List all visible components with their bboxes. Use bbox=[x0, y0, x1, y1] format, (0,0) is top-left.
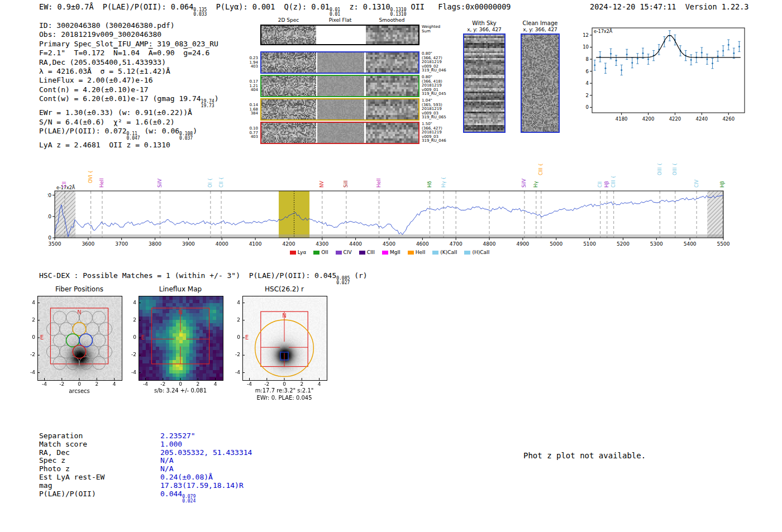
text-segment: z: 0.1310 bbox=[340, 2, 390, 11]
match-row: Photo zN/A bbox=[39, 465, 252, 473]
inset-data-point bbox=[642, 48, 644, 58]
line-fit-inset-plot: 41804200422042404260024681012e-17x2Å bbox=[581, 23, 747, 131]
fiber-annotation-line: 319_RU_065 bbox=[422, 116, 449, 120]
fiber-weight-stack: 0.100.77403 bbox=[245, 127, 258, 140]
col-header-pixelflat: Pixel Flat bbox=[316, 17, 364, 23]
hsc-cutout-image bbox=[242, 296, 327, 381]
y-tick-label: 0 bbox=[23, 334, 35, 340]
spectrum-x-tick: 4400 bbox=[349, 241, 362, 247]
spectrum-x-tick: 3900 bbox=[182, 241, 195, 247]
text-segment: 1.000 bbox=[160, 440, 182, 448]
y-tick-label: -4 bbox=[228, 370, 240, 375]
spectrum-x-tick: 4000 bbox=[216, 241, 228, 247]
uncertainty-lower: 0.033 bbox=[193, 12, 207, 17]
text-segment: LineFlux = 2.00(±0.47)e-16 bbox=[39, 76, 153, 84]
legend-swatch bbox=[359, 251, 365, 255]
x-tick-label: 2 bbox=[191, 381, 204, 387]
col-header-smoothed: Smoothed bbox=[364, 17, 419, 23]
fiber-2d-row bbox=[260, 75, 419, 97]
spectrum-x-tick: 4700 bbox=[450, 241, 462, 247]
info-line: S/N = 6.4(±0.6) χ² = 1.6(±0.2) bbox=[39, 118, 219, 127]
match-value: N/A bbox=[160, 456, 173, 464]
legend-swatch bbox=[290, 251, 296, 255]
match-label: mag bbox=[39, 482, 160, 490]
x-tick-label: 0 bbox=[278, 381, 291, 387]
x-tick-label: 2 bbox=[295, 381, 308, 387]
catalog-match-table: Separation2.23527"Match score1.000RA, De… bbox=[39, 432, 252, 504]
match-value: N/A bbox=[160, 464, 173, 473]
legend-item: Lyα bbox=[290, 250, 306, 255]
uncertainty-lower: 0.027 bbox=[336, 281, 350, 285]
inset-data-point bbox=[722, 46, 724, 56]
text-segment: =1.04 bbox=[118, 49, 149, 57]
info-line: Cont(w) = 6.20(±0.01)e-17 (gmag 19.7419.… bbox=[39, 94, 219, 108]
text-segment: N/A bbox=[160, 464, 173, 473]
inset-data-point bbox=[626, 49, 628, 59]
text-segment: =0.90 bbox=[153, 49, 184, 57]
inset-y-tick: 12 bbox=[583, 32, 589, 38]
spectrum-x-tick: 3500 bbox=[49, 241, 61, 247]
legend-label: OII bbox=[321, 250, 328, 255]
x-tick-label: 0 bbox=[174, 381, 187, 387]
line-label: CIV bbox=[694, 180, 699, 188]
spectrum-line bbox=[55, 195, 723, 237]
line-label: OI { bbox=[207, 178, 213, 188]
y-tick-label: 2 bbox=[23, 317, 35, 323]
text-segment: λ = 4216.03Å σ = 5.12(±1.42)Å bbox=[39, 67, 170, 75]
line-label: Hγ bbox=[533, 181, 538, 188]
lineflux-caption: s/b: 3.24 +/- 0.081 bbox=[130, 387, 231, 394]
match-row: mag17.83(17.59,18.14)R bbox=[39, 482, 252, 490]
text-segment: Obs: 20181219v009_3002046380 bbox=[39, 30, 161, 39]
legend-swatch bbox=[313, 251, 320, 255]
line-label: SiIV bbox=[157, 179, 163, 188]
text-segment: F=2.1" T=0.172 bbox=[39, 49, 113, 57]
with-sky-image bbox=[464, 35, 504, 132]
text-segment: HSC-DEX : Possible Matches = 1 (within +… bbox=[39, 271, 336, 280]
line-label: OIII { bbox=[672, 163, 678, 175]
x-tick-label: -4 bbox=[38, 381, 51, 387]
overlined-text: N bbox=[113, 49, 118, 57]
fiber-2d-strip bbox=[261, 76, 418, 96]
fiber-2d-strip bbox=[261, 123, 418, 143]
match-label: Separation bbox=[39, 432, 160, 440]
error-band bbox=[55, 234, 723, 238]
x-tick-label: 2 bbox=[90, 381, 103, 387]
match-value: 1.000 bbox=[160, 440, 182, 448]
line-label: NV bbox=[319, 181, 325, 188]
fiber-annotation: 1.04"(365, 593)20181219v009_03319_RU_065 bbox=[422, 99, 449, 120]
text-segment: P(LAE)/P(OII): 0.072 bbox=[39, 127, 127, 135]
inset-data-point bbox=[690, 55, 692, 65]
inset-unit-label: e-17x2Å bbox=[594, 28, 613, 34]
text-segment: OII Flags:0x00000009 bbox=[406, 2, 511, 11]
info-line: P(LAE)/P(OII): 0.0720.110.047 (w: 0.060.… bbox=[39, 127, 219, 141]
fiber-annotation-line: Sum bbox=[422, 30, 449, 34]
match-row: RA, Dec205.035332, 51.433314 bbox=[39, 449, 252, 457]
spectrum-x-tick: 4100 bbox=[249, 241, 262, 247]
inset-data-point bbox=[615, 55, 617, 65]
legend-label: MgII bbox=[390, 250, 400, 255]
match-row: P(LAE)/P(OII)0.0440.0790.024 bbox=[39, 490, 252, 504]
panel-title-fiber-positions: Fiber Positions bbox=[29, 285, 130, 293]
inset-y-tick: 2 bbox=[586, 93, 589, 98]
match-value: 0.0440.0790.024 bbox=[160, 490, 196, 498]
stacked-uncertainty: 0.0790.024 bbox=[182, 495, 196, 504]
match-label: RA, Dec bbox=[39, 449, 160, 457]
match-label: Est LyA rest-EW bbox=[39, 473, 160, 482]
stacked-uncertainty: 0.0850.027 bbox=[336, 276, 350, 285]
text-segment: RA,Dec (205.035400,51.433933) bbox=[39, 58, 166, 66]
panel-hsc-cutout: NE-4-4-2-2002244 bbox=[242, 296, 326, 380]
match-value: 205.035332, 51.433314 bbox=[160, 448, 252, 457]
inset-data-point bbox=[706, 54, 708, 64]
y-tick-label: -2 bbox=[124, 352, 136, 357]
inset-data-point bbox=[631, 57, 633, 68]
inset-x-tick: 4240 bbox=[696, 116, 708, 122]
text-segment: 2.23527" bbox=[160, 432, 196, 440]
info-line: RA,Dec (205.035400,51.433933) bbox=[39, 58, 219, 67]
hsc-match-summary: HSC-DEX : Possible Matches = 1 (within +… bbox=[39, 271, 368, 285]
x-tick-label: -2 bbox=[260, 381, 274, 387]
inset-data-point bbox=[604, 63, 607, 73]
spectrum-x-tick: 3600 bbox=[82, 241, 94, 247]
match-value: 0.24(±0.08)Å bbox=[160, 473, 213, 481]
info-line: ID: 3002046380 (3002046380.pdf) bbox=[39, 21, 219, 30]
spectrum-x-tick: 4200 bbox=[282, 241, 295, 247]
